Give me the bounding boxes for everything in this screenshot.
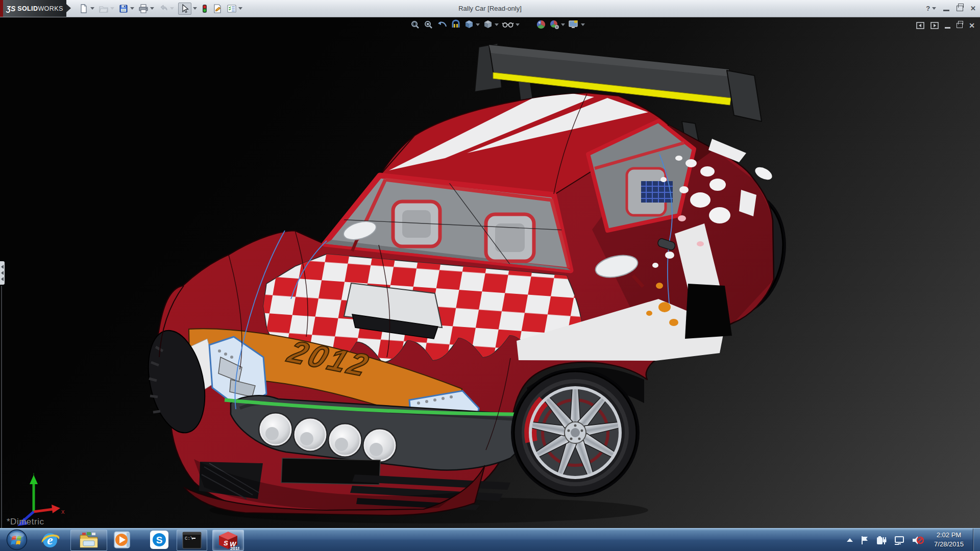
window-title: Rally Car [Read-only]: [458, 0, 522, 17]
options-button[interactable]: [227, 4, 242, 14]
sw-letter-s: S: [224, 539, 228, 547]
windows-start-orb: [6, 529, 28, 550]
rebuild-button[interactable]: [201, 4, 208, 14]
undo-dropdown[interactable]: [170, 7, 174, 10]
taskbar-clock[interactable]: 2:02 PM 7/28/2015: [927, 531, 971, 549]
taskbar-solidworks[interactable]: S W 2015: [212, 530, 244, 551]
options-checklist-icon: [227, 4, 237, 14]
restore-button[interactable]: [957, 6, 963, 11]
new-document-icon: [79, 4, 89, 14]
folder-icon: [78, 531, 100, 550]
taskbar-internet-explorer[interactable]: e: [38, 530, 62, 550]
taskbar-windows-explorer[interactable]: [70, 530, 107, 551]
media-player-icon: [112, 530, 133, 550]
file-properties-button[interactable]: [212, 4, 223, 14]
save-button[interactable]: [118, 4, 134, 14]
open-button[interactable]: [99, 4, 114, 14]
clock-time: 2:02 PM: [927, 531, 971, 540]
minimize-button[interactable]: [943, 10, 949, 11]
print-dropdown[interactable]: [150, 7, 154, 10]
solidworks-screen: ƷS SOLIDWORKS: [0, 0, 980, 551]
dassault-3ds-mark: ƷS: [6, 5, 15, 13]
rear-wheel-arch: [685, 284, 732, 339]
undo-button[interactable]: [158, 4, 174, 14]
show-hidden-icons-button[interactable]: [846, 537, 853, 543]
internet-explorer-icon: e: [40, 530, 60, 550]
file-properties-icon: [212, 4, 223, 14]
taskbar-media-player[interactable]: [110, 530, 135, 550]
help-dropdown[interactable]: [932, 7, 936, 10]
options-dropdown[interactable]: [238, 7, 242, 10]
svg-text:S: S: [156, 535, 163, 545]
show-desktop-button[interactable]: [973, 529, 980, 551]
system-tray: [846, 529, 924, 551]
sw-year-badge: 2015: [230, 546, 239, 550]
close-button[interactable]: ✕: [970, 5, 976, 12]
logo-arrow[interactable]: [66, 4, 71, 12]
printer-icon: [138, 4, 149, 14]
view-orientation-label: *Dimetric: [7, 517, 44, 527]
taskbar-skype[interactable]: S: [147, 530, 172, 550]
rebuild-traffic-light-icon: [201, 4, 208, 14]
start-button[interactable]: [5, 530, 29, 550]
open-folder-icon: [99, 4, 109, 14]
print-button[interactable]: [138, 4, 154, 14]
save-dropdown[interactable]: [130, 7, 134, 10]
window-controls: ? ✕: [926, 0, 976, 17]
volume-muted-icon[interactable]: [912, 535, 924, 545]
solidworks-logo: ƷS SOLIDWORKS: [3, 0, 66, 17]
taskbar: e S: [0, 528, 980, 551]
select-dropdown[interactable]: [193, 7, 197, 10]
rally-car-model[interactable]: 2012: [0, 17, 980, 528]
select-pressed-box: [178, 3, 191, 15]
open-dropdown[interactable]: [110, 7, 114, 10]
new-dropdown[interactable]: [90, 7, 94, 10]
x-axis-label: x: [61, 508, 65, 515]
undo-icon: [158, 4, 168, 14]
titlebar: ƷS SOLIDWORKS: [0, 0, 980, 17]
clock-date: 7/28/2015: [927, 540, 971, 549]
network-icon[interactable]: [894, 535, 905, 545]
x-axis: [34, 509, 53, 512]
new-button[interactable]: [79, 4, 94, 14]
help-button[interactable]: ?: [926, 5, 936, 12]
save-floppy-icon: [118, 4, 129, 14]
front-wheel[interactable]: [511, 368, 640, 497]
skype-icon: S: [149, 530, 169, 550]
command-prompt-icon: C:\: [182, 531, 202, 549]
standard-toolbar: [77, 0, 244, 17]
taskbar-command-prompt[interactable]: C:\: [177, 530, 207, 551]
cmd-prompt-text: C:\: [185, 536, 193, 541]
select-button[interactable]: [178, 3, 197, 15]
select-cursor-icon: [181, 4, 189, 13]
power-icon[interactable]: [876, 535, 887, 545]
solidworks-app-icon: S W 2015: [217, 530, 239, 550]
action-center-flag-icon[interactable]: [860, 535, 869, 545]
graphics-viewport[interactable]: ✕: [0, 17, 980, 528]
interior-blue-checker: [641, 181, 673, 203]
